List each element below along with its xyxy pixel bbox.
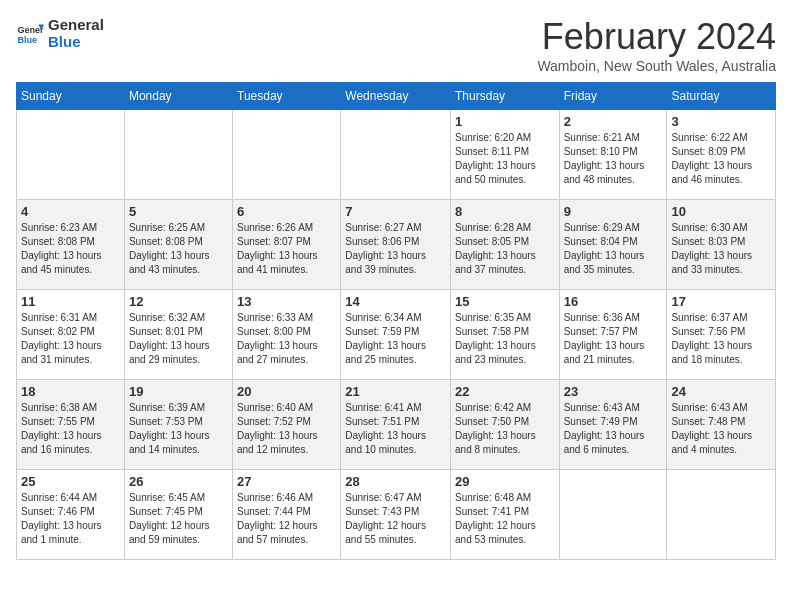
title-area: February 2024 Wamboin, New South Wales, … [537,16,776,74]
day-number: 23 [564,384,663,399]
day-number: 1 [455,114,555,129]
weekday-header-wednesday: Wednesday [341,83,451,110]
page-header: General Blue General Blue February 2024 … [16,16,776,74]
calendar-cell: 11Sunrise: 6:31 AM Sunset: 8:02 PM Dayli… [17,290,125,380]
day-number: 5 [129,204,228,219]
calendar-cell: 15Sunrise: 6:35 AM Sunset: 7:58 PM Dayli… [451,290,560,380]
day-info: Sunrise: 6:20 AM Sunset: 8:11 PM Dayligh… [455,131,555,187]
day-number: 25 [21,474,120,489]
calendar-cell: 3Sunrise: 6:22 AM Sunset: 8:09 PM Daylig… [667,110,776,200]
day-info: Sunrise: 6:22 AM Sunset: 8:09 PM Dayligh… [671,131,771,187]
calendar-cell: 25Sunrise: 6:44 AM Sunset: 7:46 PM Dayli… [17,470,125,560]
calendar-cell: 21Sunrise: 6:41 AM Sunset: 7:51 PM Dayli… [341,380,451,470]
calendar-cell: 6Sunrise: 6:26 AM Sunset: 8:07 PM Daylig… [233,200,341,290]
day-number: 15 [455,294,555,309]
calendar-cell: 10Sunrise: 6:30 AM Sunset: 8:03 PM Dayli… [667,200,776,290]
day-info: Sunrise: 6:23 AM Sunset: 8:08 PM Dayligh… [21,221,120,277]
weekday-header-saturday: Saturday [667,83,776,110]
svg-text:Blue: Blue [17,35,37,45]
day-info: Sunrise: 6:34 AM Sunset: 7:59 PM Dayligh… [345,311,446,367]
calendar-cell: 27Sunrise: 6:46 AM Sunset: 7:44 PM Dayli… [233,470,341,560]
calendar-cell: 23Sunrise: 6:43 AM Sunset: 7:49 PM Dayli… [559,380,667,470]
day-number: 14 [345,294,446,309]
location-subtitle: Wamboin, New South Wales, Australia [537,58,776,74]
month-title: February 2024 [537,16,776,58]
calendar-cell: 8Sunrise: 6:28 AM Sunset: 8:05 PM Daylig… [451,200,560,290]
day-number: 11 [21,294,120,309]
day-info: Sunrise: 6:41 AM Sunset: 7:51 PM Dayligh… [345,401,446,457]
day-info: Sunrise: 6:21 AM Sunset: 8:10 PM Dayligh… [564,131,663,187]
day-info: Sunrise: 6:43 AM Sunset: 7:49 PM Dayligh… [564,401,663,457]
calendar-cell: 1Sunrise: 6:20 AM Sunset: 8:11 PM Daylig… [451,110,560,200]
calendar-cell: 17Sunrise: 6:37 AM Sunset: 7:56 PM Dayli… [667,290,776,380]
day-number: 4 [21,204,120,219]
day-number: 7 [345,204,446,219]
day-number: 20 [237,384,336,399]
day-info: Sunrise: 6:48 AM Sunset: 7:41 PM Dayligh… [455,491,555,547]
day-info: Sunrise: 6:46 AM Sunset: 7:44 PM Dayligh… [237,491,336,547]
day-info: Sunrise: 6:36 AM Sunset: 7:57 PM Dayligh… [564,311,663,367]
calendar-cell: 29Sunrise: 6:48 AM Sunset: 7:41 PM Dayli… [451,470,560,560]
day-number: 3 [671,114,771,129]
day-number: 21 [345,384,446,399]
weekday-header-sunday: Sunday [17,83,125,110]
weekday-header-row: SundayMondayTuesdayWednesdayThursdayFrid… [17,83,776,110]
calendar-table: SundayMondayTuesdayWednesdayThursdayFrid… [16,82,776,560]
day-info: Sunrise: 6:25 AM Sunset: 8:08 PM Dayligh… [129,221,228,277]
calendar-week-3: 18Sunrise: 6:38 AM Sunset: 7:55 PM Dayli… [17,380,776,470]
weekday-header-monday: Monday [124,83,232,110]
day-number: 22 [455,384,555,399]
calendar-cell: 24Sunrise: 6:43 AM Sunset: 7:48 PM Dayli… [667,380,776,470]
day-info: Sunrise: 6:32 AM Sunset: 8:01 PM Dayligh… [129,311,228,367]
day-info: Sunrise: 6:31 AM Sunset: 8:02 PM Dayligh… [21,311,120,367]
day-info: Sunrise: 6:42 AM Sunset: 7:50 PM Dayligh… [455,401,555,457]
calendar-cell: 28Sunrise: 6:47 AM Sunset: 7:43 PM Dayli… [341,470,451,560]
day-info: Sunrise: 6:43 AM Sunset: 7:48 PM Dayligh… [671,401,771,457]
calendar-cell: 9Sunrise: 6:29 AM Sunset: 8:04 PM Daylig… [559,200,667,290]
day-info: Sunrise: 6:47 AM Sunset: 7:43 PM Dayligh… [345,491,446,547]
day-number: 18 [21,384,120,399]
calendar-cell [17,110,125,200]
day-number: 19 [129,384,228,399]
day-number: 26 [129,474,228,489]
day-number: 6 [237,204,336,219]
day-number: 9 [564,204,663,219]
day-number: 13 [237,294,336,309]
calendar-cell: 12Sunrise: 6:32 AM Sunset: 8:01 PM Dayli… [124,290,232,380]
day-number: 2 [564,114,663,129]
day-number: 29 [455,474,555,489]
calendar-cell: 13Sunrise: 6:33 AM Sunset: 8:00 PM Dayli… [233,290,341,380]
day-number: 12 [129,294,228,309]
day-number: 10 [671,204,771,219]
weekday-header-thursday: Thursday [451,83,560,110]
day-info: Sunrise: 6:38 AM Sunset: 7:55 PM Dayligh… [21,401,120,457]
logo: General Blue General Blue [16,16,104,50]
day-info: Sunrise: 6:29 AM Sunset: 8:04 PM Dayligh… [564,221,663,277]
calendar-cell: 20Sunrise: 6:40 AM Sunset: 7:52 PM Dayli… [233,380,341,470]
calendar-cell: 26Sunrise: 6:45 AM Sunset: 7:45 PM Dayli… [124,470,232,560]
calendar-cell [233,110,341,200]
day-info: Sunrise: 6:45 AM Sunset: 7:45 PM Dayligh… [129,491,228,547]
day-info: Sunrise: 6:33 AM Sunset: 8:00 PM Dayligh… [237,311,336,367]
calendar-cell: 7Sunrise: 6:27 AM Sunset: 8:06 PM Daylig… [341,200,451,290]
day-number: 8 [455,204,555,219]
calendar-cell: 16Sunrise: 6:36 AM Sunset: 7:57 PM Dayli… [559,290,667,380]
day-number: 16 [564,294,663,309]
calendar-cell [124,110,232,200]
calendar-cell: 18Sunrise: 6:38 AM Sunset: 7:55 PM Dayli… [17,380,125,470]
weekday-header-tuesday: Tuesday [233,83,341,110]
calendar-cell [341,110,451,200]
day-info: Sunrise: 6:39 AM Sunset: 7:53 PM Dayligh… [129,401,228,457]
calendar-cell: 2Sunrise: 6:21 AM Sunset: 8:10 PM Daylig… [559,110,667,200]
day-info: Sunrise: 6:28 AM Sunset: 8:05 PM Dayligh… [455,221,555,277]
calendar-cell: 19Sunrise: 6:39 AM Sunset: 7:53 PM Dayli… [124,380,232,470]
day-info: Sunrise: 6:30 AM Sunset: 8:03 PM Dayligh… [671,221,771,277]
day-info: Sunrise: 6:40 AM Sunset: 7:52 PM Dayligh… [237,401,336,457]
calendar-cell [559,470,667,560]
day-number: 17 [671,294,771,309]
day-info: Sunrise: 6:27 AM Sunset: 8:06 PM Dayligh… [345,221,446,277]
weekday-header-friday: Friday [559,83,667,110]
calendar-cell [667,470,776,560]
calendar-cell: 5Sunrise: 6:25 AM Sunset: 8:08 PM Daylig… [124,200,232,290]
calendar-week-4: 25Sunrise: 6:44 AM Sunset: 7:46 PM Dayli… [17,470,776,560]
